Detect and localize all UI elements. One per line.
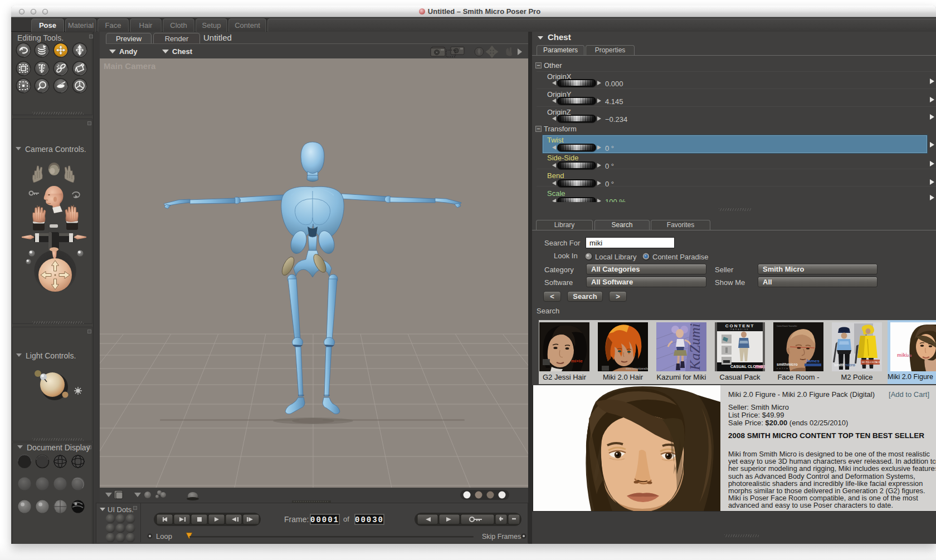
svg-text:Loop: Loop xyxy=(156,532,172,541)
svg-text:00001: 00001 xyxy=(310,515,339,524)
svg-text:of: of xyxy=(343,515,349,523)
svg-text:smithmicro: smithmicro xyxy=(834,363,855,367)
svg-text:Frame:: Frame: xyxy=(284,515,309,524)
svg-text:M2 POLICE PACK: M2 POLICE PACK xyxy=(862,361,880,363)
svg-text:s o f t w a r e: s o f t w a r e xyxy=(777,367,796,370)
svg-text:mi×ie: mi×ie xyxy=(571,358,583,363)
svg-text:00030: 00030 xyxy=(355,515,384,524)
svg-text:Skip Frames: Skip Frames xyxy=(482,533,521,541)
svg-text:CONTENT: CONTENT xyxy=(725,323,755,328)
svg-text:www.contentparadise.com: www.contentparadise.com xyxy=(626,367,648,370)
svg-text:James: James xyxy=(806,358,820,363)
svg-text:smithmicro: smithmicro xyxy=(777,362,798,366)
svg-text:MIKI: MIKI xyxy=(755,364,765,370)
svg-text:Come Knock Yourselfer: Come Knock Yourselfer xyxy=(777,325,797,327)
svg-text:KaZumi: KaZumi xyxy=(687,323,703,371)
svg-text:PARADISE: PARADISE xyxy=(730,328,749,331)
